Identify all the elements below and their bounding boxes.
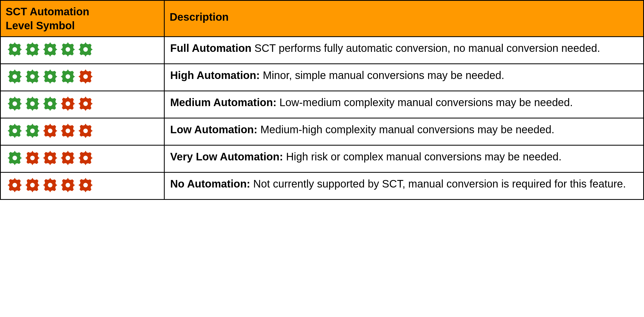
gear-row: [6, 41, 159, 58]
svg-point-13: [65, 101, 70, 106]
gear-icon: [59, 149, 76, 167]
svg-point-23: [65, 156, 70, 160]
svg-point-16: [30, 128, 35, 133]
svg-point-29: [83, 183, 88, 187]
gear-icon: [6, 41, 23, 58]
gear-icon: [77, 41, 94, 58]
svg-point-21: [30, 156, 35, 160]
gear-icon: [59, 122, 76, 139]
description-text: High risk or complex manual conversions …: [286, 151, 561, 163]
description-separator: [250, 178, 253, 190]
gear-icon: [42, 41, 59, 58]
gear-row: [6, 122, 159, 139]
gear-icon: [6, 95, 23, 112]
header-symbol-line1: SCT Automation: [6, 6, 89, 17]
description-separator: [257, 124, 260, 135]
description-text: SCT performs fully automatic conversion,…: [255, 42, 600, 54]
description-cell: Full Automation SCT performs fully autom…: [164, 37, 644, 64]
description-cell: High Automation: Minor, simple manual co…: [164, 64, 644, 91]
description-separator: [283, 151, 286, 163]
gear-row: [6, 176, 159, 194]
gear-icon: [77, 95, 94, 112]
svg-point-11: [30, 101, 35, 106]
symbol-cell: [1, 37, 164, 64]
svg-point-18: [65, 128, 70, 133]
description-text: Medium-high complexity manual conversion…: [260, 124, 554, 135]
symbol-cell: [1, 118, 164, 145]
svg-point-3: [65, 47, 70, 52]
svg-point-8: [65, 74, 70, 79]
table-body: Full Automation SCT performs fully autom…: [1, 37, 644, 200]
header-symbol: SCT Automation Level Symbol: [1, 1, 164, 37]
description-separator: [277, 96, 279, 108]
gear-icon: [42, 176, 59, 194]
gear-icon: [24, 122, 41, 139]
table-row: High Automation: Minor, simple manual co…: [1, 64, 644, 91]
svg-point-20: [12, 156, 17, 160]
gear-icon: [59, 68, 76, 85]
description-label: Very Low Automation:: [170, 151, 283, 163]
gear-icon: [77, 149, 94, 167]
gear-row: [6, 95, 159, 112]
gear-row: [6, 149, 159, 167]
gear-icon: [59, 176, 76, 194]
svg-point-10: [12, 101, 17, 106]
gear-icon: [24, 41, 41, 58]
svg-point-7: [48, 74, 52, 79]
symbol-cell: [1, 91, 164, 118]
svg-point-28: [65, 183, 70, 187]
gear-icon: [77, 68, 94, 85]
gear-icon: [24, 149, 41, 167]
svg-point-15: [12, 128, 17, 133]
description-cell: Low Automation: Medium-high complexity m…: [164, 118, 644, 145]
svg-point-27: [48, 183, 52, 187]
gear-icon: [42, 149, 59, 167]
table-row: No Automation: Not currently supported b…: [1, 172, 644, 200]
table-header-row: SCT Automation Level Symbol Description: [1, 1, 644, 37]
description-separator: [251, 42, 254, 54]
svg-point-0: [12, 47, 17, 52]
description-separator: [260, 69, 263, 81]
svg-point-19: [83, 128, 88, 133]
svg-point-4: [83, 47, 88, 52]
gear-icon: [6, 149, 23, 167]
gear-icon: [77, 176, 94, 194]
gear-row: [6, 68, 159, 85]
table-row: Very Low Automation: High risk or comple…: [1, 145, 644, 172]
symbol-cell: [1, 145, 164, 172]
description-label: Low Automation:: [170, 124, 257, 135]
gear-icon: [24, 176, 41, 194]
gear-icon: [6, 176, 23, 194]
description-label: Full Automation: [170, 42, 251, 54]
symbol-cell: [1, 172, 164, 200]
description-cell: Medium Automation: Low-medium complexity…: [164, 91, 644, 118]
description-cell: Very Low Automation: High risk or comple…: [164, 145, 644, 172]
description-label: Medium Automation:: [170, 96, 276, 108]
svg-point-6: [30, 74, 35, 79]
description-cell: No Automation: Not currently supported b…: [164, 172, 644, 200]
svg-point-1: [30, 47, 35, 52]
gear-icon: [77, 122, 94, 139]
svg-point-14: [83, 101, 88, 106]
gear-icon: [59, 95, 76, 112]
description-text: Low-medium complexity manual conversions…: [279, 96, 573, 108]
svg-point-24: [83, 156, 88, 160]
header-symbol-line2: Level Symbol: [6, 20, 75, 31]
svg-point-2: [48, 47, 52, 52]
description-label: No Automation:: [170, 178, 250, 190]
gear-icon: [42, 68, 59, 85]
gear-icon: [6, 68, 23, 85]
svg-point-25: [12, 183, 17, 187]
gear-icon: [42, 95, 59, 112]
svg-point-26: [30, 183, 35, 187]
table-row: Full Automation SCT performs fully autom…: [1, 37, 644, 64]
gear-icon: [42, 122, 59, 139]
description-text: Not currently supported by SCT, manual c…: [253, 178, 626, 190]
svg-point-12: [48, 101, 52, 106]
table-row: Low Automation: Medium-high complexity m…: [1, 118, 644, 145]
gear-icon: [59, 41, 76, 58]
gear-icon: [6, 122, 23, 139]
gear-icon: [24, 68, 41, 85]
gear-icon: [24, 95, 41, 112]
automation-level-table: SCT Automation Level Symbol Description …: [0, 0, 644, 200]
